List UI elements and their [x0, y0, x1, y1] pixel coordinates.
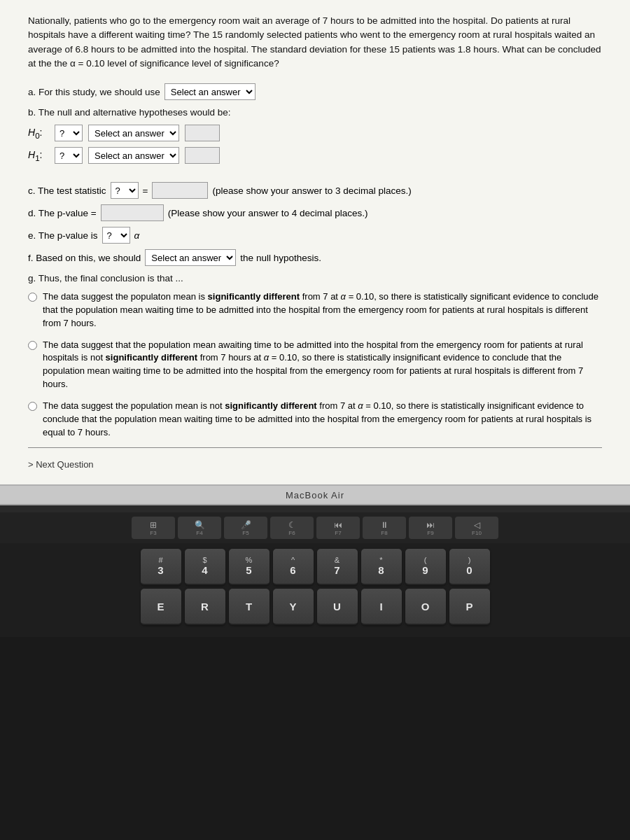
h1-answer-select[interactable]: Select an answer [88, 147, 179, 164]
part-c-equals: = [143, 186, 148, 196]
f6-icon: ☾ [288, 520, 296, 530]
key-6[interactable]: ^ 6 [273, 549, 314, 585]
f9-label: F9 [427, 530, 433, 536]
key-8-main: 8 [378, 564, 384, 576]
key-6-main: 6 [290, 564, 295, 576]
keyboard-area: ⊞ F3 🔍 F4 🎤 F5 ☾ F6 ⏮ F7 ⏸ F8 ⏭ F9 ◁ F [0, 505, 630, 637]
f8-icon: ⏸ [380, 520, 388, 530]
fn-key-f4[interactable]: 🔍 F4 [178, 517, 221, 539]
fn-key-f10[interactable]: ◁ F10 [455, 517, 498, 539]
key-5-top: % [246, 556, 253, 564]
h1-answer-box [185, 147, 220, 164]
fn-key-f8[interactable]: ⏸ F8 [363, 517, 406, 539]
part-f-suffix: the null hypothesis. [240, 253, 321, 263]
main-keyboard: # 3 $ 4 % 5 ^ 6 & 7 * 8 [0, 543, 630, 637]
key-5[interactable]: % 5 [229, 549, 270, 585]
conclusion-option-3[interactable]: The data suggest the population mean is … [28, 400, 602, 440]
part-c-symbol-select[interactable]: ? [111, 182, 139, 199]
h0-answer-select[interactable]: Select an answer [88, 125, 179, 141]
fn-key-f9[interactable]: ⏭ F9 [409, 517, 452, 539]
key-o[interactable]: O [405, 589, 446, 625]
part-d-input[interactable] [101, 204, 164, 221]
key-0-top: ) [468, 556, 471, 564]
key-8[interactable]: * 8 [361, 549, 402, 585]
h1-symbol-select[interactable]: ? [55, 147, 83, 164]
key-i[interactable]: I [361, 589, 402, 625]
key-p[interactable]: P [449, 589, 490, 625]
conclusion-radio-3[interactable] [28, 402, 37, 411]
part-a-label: a. For this study, we should use [28, 87, 160, 97]
conclusion-text-1: The data suggest the populaton mean is s… [43, 290, 602, 330]
part-f-row: f. Based on this, we should Select an an… [28, 249, 602, 266]
part-c-note: (please show your answer to 3 decimal pl… [212, 186, 411, 196]
part-c-input[interactable] [152, 182, 208, 199]
part-f-label: f. Based on this, we should [28, 253, 141, 263]
f10-label: F10 [472, 530, 482, 536]
key-o-main: O [421, 601, 430, 612]
part-e-label: e. The p-value is [28, 230, 98, 241]
key-y-main: Y [289, 601, 296, 612]
key-e-main: E [157, 601, 164, 612]
h0-label: H0: [28, 127, 49, 140]
h1-label: H1: [28, 149, 49, 162]
h0-row: H0: ? Select an answer [28, 125, 602, 141]
key-t[interactable]: T [229, 589, 270, 625]
part-c-label: c. The test statistic [28, 186, 106, 196]
f7-icon: ⏮ [334, 520, 342, 530]
key-3-main: 3 [158, 564, 163, 576]
part-f-select[interactable]: Select an answer [145, 249, 236, 266]
number-row: # 3 $ 4 % 5 ^ 6 & 7 * 8 [11, 549, 619, 585]
key-e[interactable]: E [141, 589, 181, 625]
conclusion-option-2[interactable]: The data suggest that the population mea… [28, 339, 602, 391]
key-4-top: $ [202, 556, 206, 564]
key-0-main: 0 [466, 564, 472, 576]
key-9[interactable]: ( 9 [405, 549, 446, 585]
f8-label: F8 [381, 530, 387, 536]
part-e-symbol-select[interactable]: ? [102, 227, 130, 244]
conclusion-section: The data suggest the populaton mean is s… [28, 290, 602, 439]
f4-icon: 🔍 [195, 520, 205, 530]
macbook-bar: MacBook Air [0, 484, 630, 505]
key-7-main: 7 [334, 564, 340, 576]
f5-label: F5 [242, 530, 248, 536]
part-b: b. The null and alternative hypotheses w… [28, 107, 602, 118]
function-row: ⊞ F3 🔍 F4 🎤 F5 ☾ F6 ⏮ F7 ⏸ F8 ⏭ F9 ◁ F [0, 512, 630, 543]
macbook-label: MacBook Air [286, 490, 344, 500]
fn-key-f3[interactable]: ⊞ F3 [132, 517, 175, 539]
f6-label: F6 [288, 530, 295, 536]
fn-key-f6[interactable]: ☾ F6 [270, 517, 314, 539]
fn-key-f5[interactable]: 🎤 F5 [224, 517, 267, 539]
question-passage: Nationally, patients who go to the emerg… [28, 14, 602, 71]
fn-key-f7[interactable]: ⏮ F7 [316, 517, 360, 539]
key-p-main: P [465, 601, 472, 612]
conclusion-radio-1[interactable] [28, 293, 37, 302]
conclusion-option-1[interactable]: The data suggest the populaton mean is s… [28, 290, 602, 330]
part-e-row: e. The p-value is ? α [28, 227, 602, 244]
conclusion-radio-2[interactable] [28, 341, 37, 350]
conclusion-text-2: The data suggest that the population mea… [43, 339, 602, 391]
key-3[interactable]: # 3 [141, 549, 181, 585]
part-e-alpha: α [134, 230, 140, 241]
f5-icon: 🎤 [241, 520, 251, 530]
f4-label: F4 [196, 530, 202, 536]
f3-label: F3 [150, 530, 156, 536]
next-question-link[interactable]: Next Question [28, 459, 94, 470]
part-d-note: (Please show your answer to 4 decimal pl… [168, 208, 368, 218]
key-0[interactable]: ) 0 [449, 549, 490, 585]
key-3-top: # [158, 556, 162, 564]
key-5-main: 5 [246, 564, 251, 576]
key-r[interactable]: R [185, 589, 225, 625]
part-c-row: c. The test statistic ? = (please show y… [28, 182, 602, 199]
part-a-select[interactable]: Select an answer [164, 83, 255, 100]
key-9-top: ( [424, 556, 427, 564]
conclusion-text-3: The data suggest the population mean is … [43, 400, 602, 440]
key-7[interactable]: & 7 [317, 549, 358, 585]
key-y[interactable]: Y [273, 589, 314, 625]
h0-answer-box [185, 125, 220, 141]
f10-icon: ◁ [474, 520, 480, 530]
h0-symbol-select[interactable]: ? [55, 125, 83, 141]
key-4[interactable]: $ 4 [185, 549, 225, 585]
key-u[interactable]: U [317, 589, 358, 625]
key-4-main: 4 [202, 564, 207, 576]
part-a: a. For this study, we should use Select … [28, 83, 602, 100]
